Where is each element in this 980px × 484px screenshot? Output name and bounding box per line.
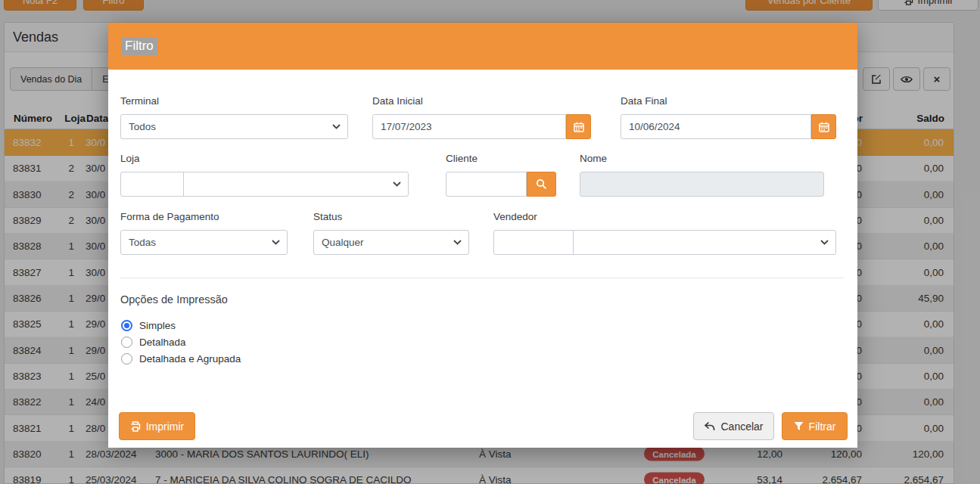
chevron-down-icon (393, 182, 401, 187)
filtro-modal: Filtro Terminal Data Inicial Data Final … (108, 23, 857, 448)
chevron-down-icon (820, 240, 829, 245)
loja-select[interactable] (183, 172, 409, 197)
cliente-search-button[interactable] (527, 172, 556, 197)
filter-icon (794, 421, 804, 431)
data-inicial-calendar-button[interactable] (566, 114, 591, 139)
data-final-calendar-button[interactable] (811, 114, 836, 139)
forma-pagamento-label: Forma de Pagamento (120, 211, 219, 222)
section-divider (120, 278, 844, 278)
chevron-down-icon (453, 240, 462, 245)
loja-label: Loja (120, 153, 140, 164)
data-inicial-label: Data Inicial (372, 95, 423, 107)
radio-detalhada-icon (121, 337, 132, 348)
status-value: Qualquer (322, 237, 364, 248)
modal-header: Filtro (108, 23, 857, 70)
cliente-input[interactable] (446, 172, 527, 197)
forma-pagamento-select[interactable]: Todas (120, 230, 288, 255)
radio-detalhada-agrupada-label: Detalhada e Agrupada (139, 353, 241, 365)
loja-code-input[interactable] (120, 172, 184, 197)
vendedor-label: Vendedor (493, 211, 537, 222)
chevron-down-icon (332, 124, 341, 129)
radio-detalhada-label: Detalhada (139, 337, 186, 348)
radio-detalhada-agrupada-icon (121, 353, 132, 365)
radio-simples-icon (121, 320, 132, 331)
filtrar-button[interactable]: Filtrar (782, 412, 848, 440)
radio-detalhada-agrupada[interactable]: Detalhada e Agrupada (121, 352, 241, 365)
print-options-label: Opções de Impressão (120, 293, 228, 306)
status-label: Status (313, 211, 342, 222)
vendedor-code-input[interactable] (493, 230, 574, 255)
data-inicial-input[interactable] (372, 114, 566, 139)
calendar-icon (574, 122, 584, 132)
imprimir-label: Imprimir (146, 420, 185, 433)
cliente-label: Cliente (446, 153, 478, 164)
radio-detalhada[interactable]: Detalhada (121, 336, 186, 349)
status-select[interactable]: Qualquer (313, 230, 469, 255)
forma-pagamento-value: Todas (129, 237, 156, 248)
data-final-label: Data Final (621, 95, 667, 107)
undo-icon (704, 421, 715, 432)
data-final-input[interactable] (621, 114, 811, 139)
nome-label: Nome (580, 153, 607, 164)
vendedor-select[interactable] (573, 230, 836, 255)
cancelar-label: Cancelar (720, 420, 763, 433)
radio-simples-label: Simples (139, 320, 176, 331)
modal-title: Filtro (121, 37, 157, 55)
search-icon (536, 178, 547, 190)
calendar-icon (819, 122, 829, 132)
nome-input (580, 172, 824, 197)
cancelar-button[interactable]: Cancelar (693, 412, 774, 440)
terminal-label: Terminal (120, 95, 159, 107)
terminal-select[interactable]: Todos (120, 114, 348, 139)
imprimir-button[interactable]: Imprimir (119, 412, 195, 440)
radio-simples[interactable]: Simples (121, 319, 176, 332)
chevron-down-icon (272, 240, 280, 245)
printer-icon (130, 421, 141, 432)
filtrar-label: Filtrar (809, 420, 836, 433)
terminal-value: Todos (129, 121, 156, 132)
